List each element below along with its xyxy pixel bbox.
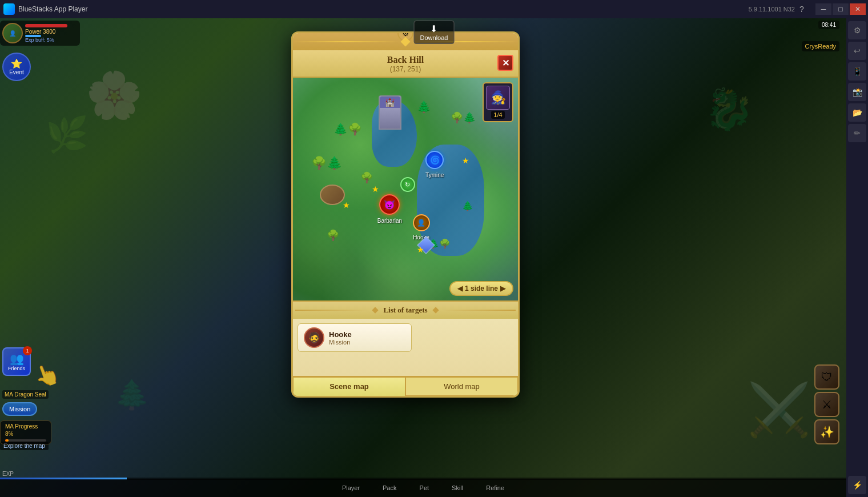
power-text: Power 3800 — [25, 29, 78, 35]
sidebar-btn-3[interactable]: 📱 — [848, 62, 866, 81]
battle-items: 🛡 ⚔ ✨ — [814, 364, 839, 444]
hand-cursor-icon: 👆 — [31, 360, 63, 391]
target-info-hooke: Hooke Mission — [329, 330, 405, 346]
star-icon-1: ★ — [343, 201, 350, 210]
modal-panel: ⚙ Back Hill (137, 251) ✕ 🌳🌲 🌲🌳 🌳 🌲 🌳🌲 🌲 … — [291, 31, 520, 398]
blue-label: Tymine — [425, 172, 444, 178]
ornament-line-left — [293, 41, 400, 42]
bg-decoration: 🐉 — [704, 86, 754, 133]
blue-marker[interactable]: 🌀 Tymine — [425, 151, 444, 169]
app-version: 5.9.11.1001 N32 — [749, 6, 795, 13]
maximize-button[interactable]: □ — [833, 3, 849, 15]
header-diamond-right — [432, 307, 439, 313]
map-tower: 🏰 — [379, 95, 401, 130]
target-item-hooke[interactable]: 🧔 Hooke Mission — [298, 323, 412, 352]
green-marker[interactable]: ↻ — [400, 177, 415, 192]
ma-progress-panel: MA Progress 8% — [0, 420, 51, 444]
battle-item-1[interactable]: 🛡 — [814, 364, 839, 390]
friends-badge: 1 — [23, 346, 32, 355]
modal-coords: (137, 251) — [316, 65, 495, 73]
hp-bar — [25, 24, 67, 27]
friends-button[interactable]: 1 👥 Friends — [2, 347, 31, 376]
nav-skill[interactable]: Skill — [452, 484, 463, 491]
sidebar-btn-2[interactable]: ↩ — [848, 42, 866, 60]
mission-label: Mission — [9, 406, 30, 412]
exp-text: Exp buff: 5% — [25, 37, 78, 43]
star-icon-3: ★ — [417, 245, 424, 254]
tree-cluster-4: 🌲 — [417, 100, 431, 114]
bg-decoration: ⚔️ — [747, 380, 811, 440]
boss-label: Barbarian — [377, 218, 402, 224]
tree-cluster-7: 🌳 — [327, 229, 339, 242]
header-diamond-left — [372, 307, 379, 313]
player-stats: Power 3800 Exp buff: 5% — [25, 24, 78, 43]
event-button[interactable]: ⭐ Event — [2, 53, 31, 81]
nav-refine[interactable]: Refine — [486, 484, 504, 491]
tree-cluster-5: 🌳🌲 — [451, 111, 476, 124]
help-icon[interactable]: ? — [795, 2, 809, 16]
player-avatar: 👤 — [2, 23, 23, 43]
sidebar-btn-6[interactable]: ✏ — [848, 124, 866, 142]
sidebar-btn-4[interactable]: 📸 — [848, 83, 866, 101]
arrow-right-icon: ▶ — [500, 284, 505, 292]
bottom-navigation: Player Pack Pet Skill Refine — [0, 479, 846, 497]
mission-button[interactable]: Mission — [2, 402, 37, 416]
exp-label: EXP — [2, 471, 14, 477]
ma-progress-label: MA Progress — [5, 423, 46, 430]
titlebar: BlueStacks App Player 5.9.11.1001 N32 ? … — [0, 0, 868, 18]
event-label: Event — [9, 69, 24, 75]
download-label: Download — [420, 34, 448, 41]
close-button[interactable]: ✕ — [850, 3, 866, 15]
bg-decoration: 🌸 — [86, 69, 143, 122]
combat-ready-text: CrysReady — [802, 41, 839, 51]
green-icon: ↻ — [400, 177, 415, 192]
minimize-button[interactable]: ─ — [815, 3, 831, 15]
right-sidebar: ⚙ ↩ 📱 📸 📂 ✏ ⚡ — [846, 18, 868, 497]
tree-cluster-2: 🌲🌳 — [333, 122, 362, 136]
diamond-marker[interactable] — [426, 245, 439, 258]
star-icon-2: ★ — [372, 185, 379, 194]
tree-cluster-6: 🌲 — [462, 201, 473, 211]
side-line-button[interactable]: ◀ 1 side line ▶ — [449, 281, 513, 296]
friends-label: Friends — [8, 366, 25, 371]
battle-item-3[interactable]: ✨ — [814, 419, 839, 444]
modal-title: Back Hill — [316, 55, 495, 65]
targets-list: 🧔 Hooke Mission — [293, 319, 518, 376]
tab-world-map[interactable]: World map — [405, 377, 518, 396]
nav-pet[interactable]: Pet — [420, 484, 429, 491]
player-icon: 👤 — [413, 214, 430, 231]
window-controls: ─ □ ✕ — [815, 3, 866, 15]
blue-icon: 🌀 — [425, 151, 444, 169]
targets-section: List of targets 🧔 Hooke Mission — [293, 300, 518, 376]
download-button[interactable]: ⬇ Download — [414, 21, 455, 44]
boss-icon: 😈 — [379, 194, 400, 215]
modal-title-bar: Back Hill (137, 251) ✕ — [293, 50, 518, 78]
game-time: 08:41 — [818, 21, 839, 29]
sidebar-btn-5[interactable]: 📂 — [848, 103, 866, 122]
app-title: BlueStacks App Player — [18, 5, 744, 13]
player-marker[interactable]: 👤 Hooke — [413, 214, 430, 231]
char-badge-count: 1/4 — [491, 111, 504, 119]
tab-scene-map[interactable]: Scene map — [293, 377, 405, 396]
tree-cluster-3: 🌳 — [360, 171, 373, 184]
nav-pack[interactable]: Pack — [383, 484, 396, 491]
sidebar-btn-7[interactable]: ⚡ — [848, 476, 866, 494]
dragon-seal-text: MA Dragon Seal — [2, 390, 49, 399]
boss-marker[interactable]: 😈 Barbarian — [379, 194, 400, 215]
star-icon-4: ★ — [462, 156, 469, 165]
game-ui-left: 👤 Power 3800 Exp buff: 5% ⭐ Event Missio… — [0, 18, 80, 479]
target-type-hooke: Mission — [329, 339, 405, 346]
modal-bottom-tabs: Scene map World map — [293, 376, 518, 396]
ma-progress-value: 8% — [5, 431, 46, 437]
progress-fill — [5, 439, 9, 442]
nav-player[interactable]: Player — [342, 484, 360, 491]
arrow-left-icon: ◀ — [457, 284, 463, 292]
battle-item-2[interactable]: ⚔ — [814, 392, 839, 417]
map-container[interactable]: 🌳🌲 🌲🌳 🌳 🌲 🌳🌲 🌲 🌳 🌲🌳 🏰 🧙 1/4 😈 Barbarian … — [293, 78, 518, 300]
sidebar-btn-1[interactable]: ⚙ — [848, 21, 866, 39]
character-badge: 🧙 1/4 — [483, 82, 513, 122]
targets-header: List of targets — [293, 302, 518, 319]
modal-close-button[interactable]: ✕ — [497, 55, 513, 71]
targets-header-text: List of targets — [379, 306, 432, 315]
player-info-panel: 👤 Power 3800 Exp buff: 5% — [0, 21, 80, 46]
